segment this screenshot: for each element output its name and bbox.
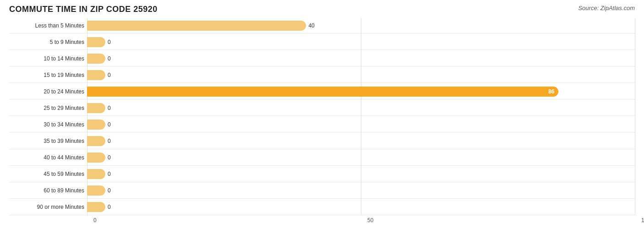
bar-row: 20 to 24 Minutes86 — [9, 84, 635, 99]
bar-row: 5 to 9 Minutes0 — [9, 34, 635, 50]
bar-fill — [87, 153, 105, 163]
chart-title: COMMUTE TIME IN ZIP CODE 25920 — [9, 5, 158, 14]
bar-label: 30 to 34 Minutes — [9, 121, 87, 128]
bar-value: 0 — [108, 204, 111, 210]
bar-label: 45 to 59 Minutes — [9, 171, 87, 177]
chart-body: Less than 5 Minutes405 to 9 Minutes010 t… — [9, 18, 635, 226]
bar-track: 0 — [87, 103, 635, 113]
bar-row: 30 to 34 Minutes0 — [9, 117, 635, 132]
bar-fill — [87, 185, 105, 196]
x-axis: 050100 — [9, 217, 635, 226]
bar-fill — [87, 37, 105, 47]
bar-row: 45 to 59 Minutes0 — [9, 167, 635, 182]
bar-label: 20 to 24 Minutes — [9, 88, 87, 95]
bar-value: 0 — [108, 39, 111, 45]
chart-container: COMMUTE TIME IN ZIP CODE 25920 Source: Z… — [0, 0, 644, 240]
bar-row: Less than 5 Minutes40 — [9, 18, 635, 33]
bar-label: 90 or more Minutes — [9, 204, 87, 210]
bar-fill — [87, 21, 306, 31]
bar-value: 0 — [108, 138, 111, 144]
chart-header: COMMUTE TIME IN ZIP CODE 25920 Source: Z… — [9, 5, 635, 14]
bar-value: 0 — [108, 154, 111, 161]
bar-track: 0 — [87, 136, 635, 146]
bar-track: 0 — [87, 185, 635, 196]
bar-track: 86 — [87, 87, 635, 97]
bars-area: Less than 5 Minutes405 to 9 Minutes010 t… — [9, 18, 635, 215]
bar-value: 0 — [108, 171, 111, 177]
bar-track: 40 — [87, 21, 635, 31]
bar-fill — [87, 54, 105, 64]
bar-label: 40 to 44 Minutes — [9, 154, 87, 161]
bar-fill — [87, 103, 105, 113]
bar-value: 0 — [108, 72, 111, 78]
bar-label: 60 to 89 Minutes — [9, 187, 87, 194]
bar-fill — [87, 202, 105, 212]
bar-row: 90 or more Minutes0 — [9, 200, 635, 215]
grid-line — [635, 18, 635, 215]
bar-value: 40 — [308, 22, 314, 29]
bar-track: 0 — [87, 70, 635, 80]
bar-track: 0 — [87, 54, 635, 64]
bar-label: 5 to 9 Minutes — [9, 39, 87, 45]
bar-track: 0 — [87, 202, 635, 212]
x-axis-label: 50 — [367, 217, 373, 224]
bar-track: 0 — [87, 169, 635, 179]
bar-row: 35 to 39 Minutes0 — [9, 134, 635, 149]
bar-fill — [87, 169, 105, 179]
bar-track: 0 — [87, 153, 635, 163]
x-axis-label: 0 — [93, 217, 97, 224]
bar-label: 15 to 19 Minutes — [9, 72, 87, 78]
bar-label: 10 to 14 Minutes — [9, 55, 87, 62]
bar-value: 86 — [548, 88, 554, 95]
x-axis-label: 100 — [641, 217, 644, 224]
bar-track: 0 — [87, 37, 635, 47]
bar-value: 0 — [108, 105, 111, 111]
chart-source: Source: ZipAtlas.com — [578, 5, 635, 11]
bar-row: 10 to 14 Minutes0 — [9, 51, 635, 66]
bar-label: Less than 5 Minutes — [9, 22, 87, 29]
bar-value: 0 — [108, 121, 111, 128]
bar-label: 35 to 39 Minutes — [9, 138, 87, 144]
bar-fill — [87, 70, 105, 80]
bar-row: 15 to 19 Minutes0 — [9, 67, 635, 83]
bar-fill — [87, 120, 105, 130]
bar-fill: 86 — [87, 87, 558, 97]
bar-row: 60 to 89 Minutes0 — [9, 183, 635, 199]
bar-row: 25 to 29 Minutes0 — [9, 100, 635, 116]
bar-label: 25 to 29 Minutes — [9, 105, 87, 111]
bar-row: 40 to 44 Minutes0 — [9, 150, 635, 166]
bar-fill — [87, 136, 105, 146]
bar-value: 0 — [108, 55, 111, 62]
bar-track: 0 — [87, 120, 635, 130]
bar-value: 0 — [108, 187, 111, 194]
